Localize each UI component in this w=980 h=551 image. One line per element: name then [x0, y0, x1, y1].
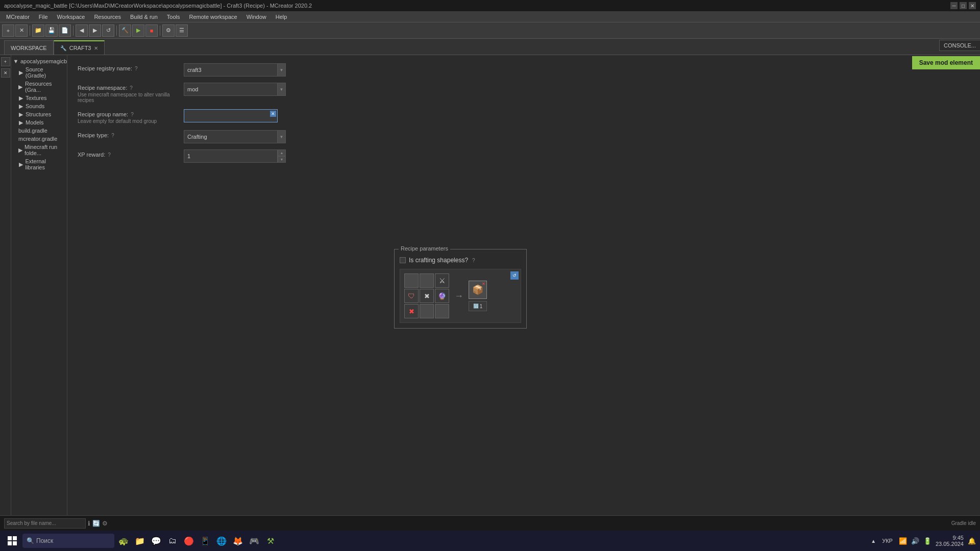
toolbar-fwd-btn[interactable]: ▶	[89, 24, 101, 37]
xp-reward-down-btn[interactable]: ▼	[278, 156, 286, 163]
left-remove-btn[interactable]: ✕	[1, 68, 10, 78]
taskbar-app-turtle[interactable]: 🐢	[116, 534, 131, 548]
group-help-icon[interactable]: ?	[131, 112, 134, 117]
taskbar-app-teams[interactable]: 💬	[149, 534, 163, 548]
bottom-icon-2[interactable]: 🔄	[92, 520, 100, 527]
shapeless-help-icon[interactable]: ?	[472, 258, 475, 263]
grid-cell-0-1[interactable]	[420, 273, 434, 288]
menu-remote-workspace[interactable]: Remote workspace	[185, 13, 241, 21]
left-add-btn[interactable]: +	[1, 57, 10, 66]
sidebar-item-sounds[interactable]: ▶ Sounds	[11, 102, 67, 110]
xp-reward-help-icon[interactable]: ?	[108, 152, 111, 158]
grid-cell-2-2[interactable]	[435, 304, 449, 318]
namespace-dropdown-btn[interactable]: ▼	[278, 83, 286, 96]
taskbar-expand-icon[interactable]: ▲	[871, 538, 876, 544]
menu-build-run[interactable]: Build & run	[126, 13, 162, 21]
taskbar-clock[interactable]: 9:45 23.05.2024	[936, 535, 964, 547]
taskbar-app-explorer[interactable]: 📁	[133, 534, 147, 548]
group-clear-icon[interactable]: ✕	[270, 111, 276, 117]
grid-cell-2-1[interactable]	[420, 304, 434, 318]
taskbar-app-mcreator[interactable]: ⚒	[263, 534, 278, 548]
sidebar-item-textures[interactable]: ▶ Textures	[11, 94, 67, 102]
minimize-button[interactable]: ─	[950, 2, 958, 9]
sidebar-item-structures[interactable]: ▶ Structures	[11, 110, 67, 118]
taskbar-app-extra1[interactable]: 🌐	[214, 534, 229, 548]
toolbar-back-btn[interactable]: ◀	[76, 24, 88, 37]
shapeless-checkbox[interactable]	[400, 257, 406, 263]
sidebar-item-resources-label: Resources (Gra...	[25, 81, 65, 93]
toolbar-refresh-btn[interactable]: ↺	[102, 24, 114, 37]
grid-cell-2-0[interactable]: ✖	[404, 304, 419, 318]
tab-craft3[interactable]: 🔧 CRAFT3 ✕	[54, 40, 105, 55]
toolbar-new-btn[interactable]: 📄	[59, 24, 71, 37]
result-area: 📦 ✕ 🔢 1	[469, 281, 487, 311]
taskbar-notification-icon[interactable]: 🔔	[968, 537, 976, 545]
bottom-icon-1[interactable]: ℹ	[88, 520, 90, 527]
bottom-icon-3[interactable]: ⚙	[102, 520, 108, 527]
menu-workspace[interactable]: Workspace	[53, 13, 89, 21]
tab-craft3-close[interactable]: ✕	[94, 45, 98, 51]
taskbar-search-bar[interactable]: 🔍 Поиск	[22, 534, 114, 548]
namespace-input[interactable]: mod	[184, 83, 278, 96]
recipe-type-help-icon[interactable]: ?	[111, 133, 114, 138]
sidebar-item-root[interactable]: ▼ apocalypsemagicba	[11, 57, 67, 65]
menu-file[interactable]: File	[35, 13, 52, 21]
bottom-search-input[interactable]: Search by file name...	[4, 518, 86, 529]
taskbar-lang[interactable]: УКР	[880, 537, 895, 545]
sidebar-item-mcreator-gradle[interactable]: mcreator.gradle	[11, 135, 67, 143]
taskbar-app-opera[interactable]: 🔴	[182, 534, 196, 548]
taskbar-app-phone[interactable]: 📱	[198, 534, 212, 548]
toolbar-build-btn[interactable]: 🔨	[119, 24, 131, 37]
menu-window[interactable]: Window	[242, 13, 271, 21]
toolbar-stop-btn[interactable]: ■	[145, 24, 158, 37]
toolbar-settings-btn[interactable]: ⚙	[162, 24, 175, 37]
registry-name-help-icon[interactable]: ?	[135, 66, 138, 71]
registry-name-input[interactable]: craft3	[184, 63, 278, 77]
recipe-type-dropdown-btn[interactable]: ▼	[278, 130, 286, 143]
taskbar-windows-btn[interactable]	[4, 533, 20, 549]
grid-cell-1-2[interactable]: 🔮	[435, 289, 449, 303]
grid-cell-1-0[interactable]: 🛡	[404, 289, 419, 303]
group-input[interactable]: ✕	[184, 109, 278, 122]
recipe-type-input[interactable]: Crafting	[184, 130, 278, 143]
tab-workspace[interactable]: WORKSPACE	[4, 40, 54, 55]
grid-cell-1-1[interactable]: ✖	[420, 289, 434, 303]
result-count-display[interactable]: 🔢 1	[469, 301, 487, 311]
taskbar-app-extra3[interactable]: 🎮	[247, 534, 261, 548]
shapeless-label: Is crafting shapeless?	[409, 257, 468, 264]
namespace-help-icon[interactable]: ?	[130, 85, 133, 91]
xp-reward-input[interactable]: 1	[184, 149, 278, 163]
grid-cell-0-0[interactable]	[404, 273, 419, 288]
menu-tools[interactable]: Tools	[163, 13, 184, 21]
toolbar-add-btn[interactable]: +	[2, 24, 14, 37]
grid-item-1-2: 🔮	[438, 292, 446, 300]
toolbar-extra-btn[interactable]: ☰	[176, 24, 188, 37]
taskbar-app-files[interactable]: 🗂	[165, 534, 180, 548]
save-mod-element-button[interactable]: Save mod element	[912, 56, 980, 69]
sidebar-item-models[interactable]: ▶ Models	[11, 118, 67, 127]
registry-name-dropdown-btn[interactable]: ▼	[278, 63, 286, 77]
result-cell[interactable]: 📦 ✕	[469, 281, 487, 299]
toolbar-remove-btn[interactable]: ✕	[15, 24, 28, 37]
tree-textures-icon: ▶	[18, 95, 23, 101]
taskbar-volume-icon[interactable]: 🔊	[911, 537, 919, 545]
xp-reward-up-btn[interactable]: ▲	[278, 149, 286, 156]
sidebar-item-run-folder[interactable]: ▶ Minecraft run folde...	[11, 143, 67, 157]
close-button[interactable]: ✕	[969, 2, 976, 9]
toolbar-save-btn[interactable]: 💾	[45, 24, 58, 37]
toolbar-open-btn[interactable]: 📁	[32, 24, 44, 37]
console-button[interactable]: CONSOLE...	[939, 40, 980, 51]
menu-mcreator[interactable]: MCreator	[2, 13, 34, 21]
restore-button[interactable]: □	[960, 2, 967, 9]
grid-item-1-0: 🛡	[408, 292, 415, 300]
sidebar-item-external-libs[interactable]: ▶ External libraries	[11, 157, 67, 171]
taskbar-app-extra2[interactable]: 🦊	[231, 534, 245, 548]
sidebar-item-build-gradle[interactable]: build.gradle	[11, 127, 67, 135]
sidebar-item-source[interactable]: ▶ Source (Gradle)	[11, 65, 67, 80]
menu-resources[interactable]: Resources	[90, 13, 125, 21]
sidebar-item-resources[interactable]: ▶ Resources (Gra...	[11, 80, 67, 94]
clear-grid-btn[interactable]: ↺	[510, 271, 519, 280]
menu-help[interactable]: Help	[272, 13, 291, 21]
toolbar-run-btn[interactable]: ▶	[132, 24, 144, 37]
grid-cell-0-2[interactable]: ⚔	[435, 273, 449, 288]
